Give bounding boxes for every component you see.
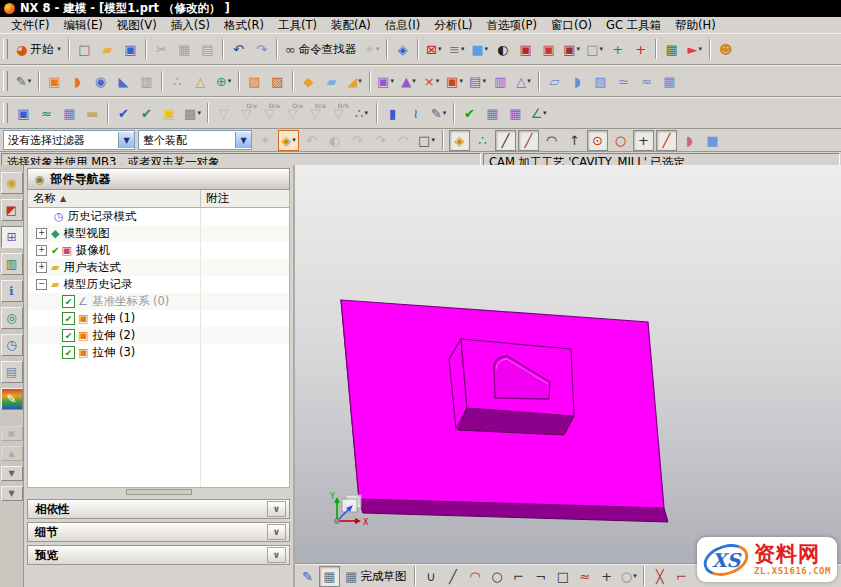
open-icon[interactable]: ▰ — [96, 38, 119, 61]
hd3d-tool-icon[interactable]: ℹ — [1, 280, 23, 302]
revolve-icon[interactable]: ◗ — [66, 70, 89, 93]
section-x-icon[interactable]: ▣ — [514, 38, 537, 61]
snap-enable-icon[interactable]: ◈▾ — [278, 130, 299, 151]
rotate-hard-icon[interactable]: ↷ — [370, 130, 391, 151]
arrow-snap-icon[interactable]: ↑ — [564, 130, 585, 151]
layer-visible-icon[interactable]: ≈ — [35, 102, 58, 125]
copy-icon[interactable]: ▦ — [173, 38, 196, 61]
boss-icon[interactable]: ◣ — [112, 70, 135, 93]
menu-item[interactable]: 分析(L) — [427, 18, 479, 33]
pattern-face-icon[interactable]: ▥ — [489, 70, 512, 93]
resize-face-icon[interactable]: ▤▾ — [466, 70, 489, 93]
sheet-metal-icon[interactable]: ▨ — [589, 70, 612, 93]
replace-face-icon[interactable]: ▲▾ — [397, 70, 420, 93]
graphics-window[interactable]: Y X ✎▦▦完成草图∪╱◠○⌐¬□≈+○▾╳⌐+ XS 资料网 ZL.XS16… — [295, 165, 841, 587]
mirror-feature-icon[interactable]: △ — [189, 70, 212, 93]
endpoint-snap-icon[interactable]: ◈ — [449, 130, 470, 151]
show-hide-icon[interactable]: ⊠▾ — [422, 38, 445, 61]
corner-fillet-icon[interactable]: ¬ — [530, 566, 551, 587]
chamfer-icon[interactable]: ◆ — [297, 70, 320, 93]
menu-item[interactable]: 插入(S) — [164, 18, 217, 33]
layer-settings-icon[interactable]: ≡▾ — [445, 38, 468, 61]
feature-checkbox[interactable]: ✔ — [62, 346, 75, 359]
constraint-oa-icon[interactable]: ▽O/a — [258, 102, 281, 125]
constraint-navigator-icon[interactable]: ◩ — [1, 199, 23, 221]
user-role-icon[interactable]: ☻ — [714, 38, 737, 61]
quick-trim-icon[interactable]: ╳ — [649, 566, 670, 587]
edge-blend-icon[interactable]: ▰ — [320, 70, 343, 93]
constraint-os-icon[interactable]: ▽O/s — [235, 102, 258, 125]
point-icon[interactable]: + — [596, 566, 617, 587]
menu-item[interactable]: 首选项(P) — [480, 18, 544, 33]
subtract-icon[interactable]: ▨ — [266, 70, 289, 93]
roles-icon[interactable]: ✎ — [1, 388, 23, 410]
spline-icon[interactable]: ≈ — [574, 566, 595, 587]
line-snap-icon[interactable]: ╱ — [495, 130, 516, 151]
column-header-name[interactable]: 名称 ▲ — [28, 190, 201, 207]
chevron-down-icon[interactable]: ∨ — [267, 524, 286, 540]
part-table-icon[interactable]: ▦ — [504, 102, 527, 125]
verify-tree-icon[interactable]: ✔ — [458, 102, 481, 125]
wrap-geometry-icon[interactable]: ≃ — [612, 70, 635, 93]
history-palette-icon[interactable]: ◷ — [1, 334, 23, 356]
heal-geometry-icon[interactable]: ✔ — [135, 102, 158, 125]
tree-expander-icon[interactable]: + — [36, 228, 47, 239]
tree-item-history-mode[interactable]: ◷历史记录模式 — [28, 208, 289, 225]
move-face-icon[interactable]: ×▾ — [420, 70, 443, 93]
bom-table-icon[interactable]: ▦ — [481, 102, 504, 125]
finish-sketch-button[interactable]: ▦完成草图 — [341, 565, 410, 587]
constraint-dots-icon[interactable]: ∴▾ — [350, 102, 373, 125]
pdf-export-icon[interactable]: ►▾ — [683, 38, 706, 61]
flange-icon[interactable]: ◗ — [566, 70, 589, 93]
extrude-icon[interactable]: ▣ — [43, 70, 66, 93]
sketch-grid-icon[interactable]: ▦ — [319, 566, 340, 587]
process-templates-icon[interactable]: ▤ — [1, 361, 23, 383]
constraint-pin-icon[interactable]: ▽ — [212, 102, 235, 125]
menu-item[interactable]: 文件(F) — [4, 18, 57, 33]
navigator-splitter[interactable] — [27, 488, 290, 496]
check-feature-icon[interactable]: ▣ — [158, 102, 181, 125]
collapsed-panel-相依性[interactable]: 相依性∨ — [27, 499, 290, 519]
edit-object-display-icon[interactable]: ▩▾ — [181, 102, 204, 125]
tree-item-extrude-3[interactable]: ✔▣拉伸 (3) — [28, 344, 289, 361]
tree-item-model-views[interactable]: +◆模型视图 — [28, 225, 289, 242]
select-time-icon[interactable]: ◐ — [324, 130, 345, 151]
sketch-task-icon[interactable]: ✎ — [297, 566, 318, 587]
chevron-down-icon[interactable]: ∨ — [267, 547, 286, 563]
web-browser-icon[interactable]: ◎ — [1, 307, 23, 329]
angle-measure-icon[interactable]: ∠▾ — [527, 102, 550, 125]
command-finder-button[interactable]: ∞命令查找器 — [281, 38, 360, 60]
chevron-down-icon[interactable]: ∨ — [267, 501, 286, 517]
line-icon[interactable]: ╱ — [442, 566, 463, 587]
render-style-icon[interactable]: ◐ — [491, 38, 514, 61]
delete-face-icon[interactable]: ▣▾ — [443, 70, 466, 93]
brush-icon[interactable]: ✎▾ — [427, 102, 450, 125]
view-background-icon[interactable]: □▾ — [583, 38, 606, 61]
rectangle-icon[interactable]: □ — [552, 566, 573, 587]
swoop-icon[interactable]: ≈ — [635, 70, 658, 93]
selection-filter-dropdown[interactable]: 没有选择过滤器 ▼ — [3, 130, 135, 150]
arc-icon[interactable]: ◠ — [464, 566, 485, 587]
midpoint-snap-icon[interactable]: ∴ — [472, 130, 493, 151]
orient-view-icon[interactable]: + — [606, 38, 629, 61]
spring-icon[interactable]: ≀ — [404, 102, 427, 125]
part-navigator-icon[interactable]: ⊞ — [1, 226, 23, 248]
constraint-os2-icon[interactable]: ▽O/s — [281, 102, 304, 125]
scroll-down-button[interactable]: ▼ — [1, 466, 23, 481]
collapsed-panel-细节[interactable]: 细节∨ — [27, 522, 290, 542]
reuse-library-icon[interactable]: ▥ — [1, 253, 23, 275]
face-snap-icon[interactable]: ◗ — [679, 130, 700, 151]
existing-point-snap-icon[interactable]: + — [633, 130, 654, 151]
selection-scope-dropdown[interactable]: 整个装配 ▼ — [138, 130, 252, 150]
tag-icon[interactable]: ▬ — [81, 102, 104, 125]
menu-item[interactable]: 编辑(E) — [57, 18, 110, 33]
tree-item-extrude-2[interactable]: ✔▣拉伸 (2) — [28, 327, 289, 344]
deselect-icon[interactable]: ↶ — [301, 130, 322, 151]
expressions-icon[interactable]: ▦ — [660, 38, 683, 61]
selection-filter-arrow-icon[interactable]: ▼ — [118, 132, 134, 148]
constraint-oa2-icon[interactable]: ▽O/a — [304, 102, 327, 125]
offset-region-icon[interactable]: ▣▾ — [374, 70, 397, 93]
save-icon[interactable]: ▣ — [119, 38, 142, 61]
toolbar-grip[interactable] — [3, 71, 8, 91]
menu-item[interactable]: 帮助(H) — [668, 18, 723, 33]
